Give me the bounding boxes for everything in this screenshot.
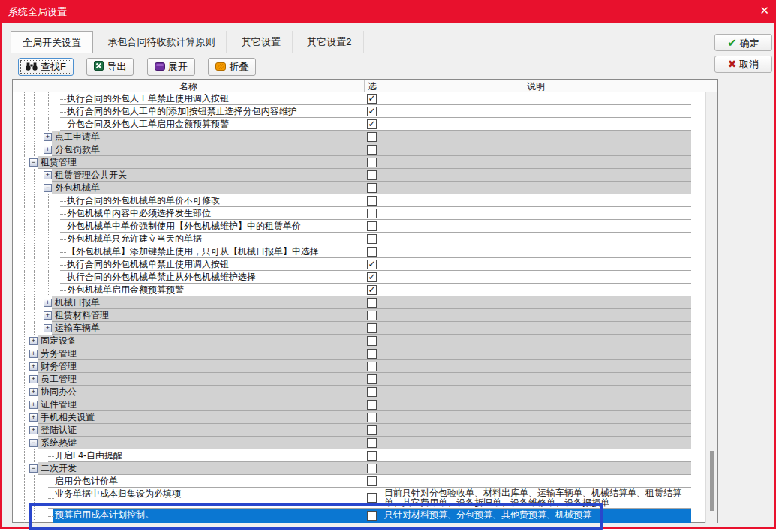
tree-collapse-icon[interactable]: − — [29, 158, 38, 167]
row-checkbox[interactable]: ✓ — [367, 107, 377, 116]
row-checkbox[interactable] — [367, 234, 377, 244]
table-row[interactable]: +固定设备 — [13, 335, 705, 347]
table-row[interactable]: 执行合同的外包机械单的单价不可修改 — [13, 194, 705, 207]
table-row[interactable]: 开启F4-自由提醒 — [13, 449, 705, 462]
table-row[interactable]: −系统热键 — [13, 437, 705, 449]
tree-expand-icon[interactable]: + — [44, 133, 52, 141]
table-row[interactable]: 外包机械单启用金额预算预警✓ — [13, 284, 705, 296]
table-row[interactable]: +登陆认证 — [13, 424, 705, 437]
table-row[interactable]: +点工申请单 — [13, 131, 705, 143]
row-checkbox[interactable]: ✓ — [367, 285, 377, 295]
table-row[interactable]: 外包机械单中单价强制使用【外包机械维护】中的租赁单价 — [13, 220, 705, 233]
tree-expand-icon[interactable]: + — [44, 171, 52, 179]
row-checkbox[interactable] — [367, 476, 377, 486]
row-checkbox[interactable] — [367, 413, 377, 422]
table-row[interactable]: 启用分包计价单 — [13, 475, 705, 488]
find-button[interactable]: 查找F — [18, 58, 74, 76]
row-checkbox[interactable] — [367, 196, 377, 206]
row-checkbox[interactable] — [367, 511, 377, 521]
scrollbar-thumb[interactable] — [710, 451, 714, 511]
table-row[interactable]: 预算启用成本计划控制。只针对材料预算、分包预算、其他费预算、机械预算 — [13, 509, 705, 523]
tab-other-settings-2[interactable]: 其它设置2 — [296, 31, 363, 53]
table-row[interactable]: −租赁管理 — [13, 156, 705, 169]
row-checkbox[interactable] — [367, 183, 377, 193]
row-checkbox[interactable] — [367, 298, 377, 308]
row-checkbox[interactable] — [367, 387, 377, 397]
table-row[interactable]: 执行合同的外包人工单禁止使用调入按钮✓ — [13, 92, 705, 105]
table-row[interactable]: 业务单据中成本归集设为必填项目前只针对分包验收单、材料出库单、运输车辆单、机械结… — [13, 488, 705, 509]
tab-contract-receivable-rule[interactable]: 承包合同待收款计算原则 — [96, 31, 227, 53]
row-checkbox[interactable]: ✓ — [367, 94, 377, 104]
table-row[interactable]: 【外包机械单】添加键禁止使用，只可从【机械日报单】中选择 — [13, 245, 705, 258]
table-row[interactable]: +劳务管理 — [13, 347, 705, 360]
vertical-scrollbar[interactable] — [705, 92, 717, 523]
row-checkbox[interactable] — [367, 464, 377, 473]
row-checkbox[interactable] — [367, 362, 377, 371]
table-row[interactable]: +分包罚款单 — [13, 143, 705, 156]
table-row[interactable]: 外包机械单内容中必须选择发生部位 — [13, 207, 705, 220]
tree-collapse-icon[interactable]: − — [44, 184, 52, 192]
export-button[interactable]: 导出 — [86, 58, 134, 76]
row-checkbox[interactable]: ✓ — [367, 119, 377, 129]
row-checkbox[interactable] — [367, 247, 377, 257]
tree-expand-icon[interactable]: + — [29, 362, 38, 371]
expand-button[interactable]: 展开 — [147, 58, 195, 76]
table-row[interactable]: −外包机械单 — [13, 182, 705, 194]
tree-expand-icon[interactable]: + — [44, 146, 52, 154]
table-row[interactable]: +运输车辆单 — [13, 322, 705, 335]
row-checkbox[interactable] — [367, 158, 377, 167]
tree-expand-icon[interactable]: + — [29, 426, 38, 434]
cancel-button[interactable]: ✖取消 — [714, 56, 772, 73]
table-row[interactable]: +证件管理 — [13, 398, 705, 411]
table-row[interactable]: 执行合同的外包机械单禁止使用调入按钮✓ — [13, 258, 705, 271]
row-checkbox[interactable]: ✓ — [367, 272, 377, 282]
table-row[interactable]: +手机相关设置 — [13, 411, 705, 424]
table-row[interactable]: 外包机械单只允许建立当天的单据 — [13, 233, 705, 245]
table-row[interactable]: +协同办公 — [13, 386, 705, 398]
table-row[interactable]: 执行合同的外包机械单禁止从外包机械维护选择✓ — [13, 271, 705, 284]
tree-guide-line — [24, 169, 25, 182]
row-checkbox[interactable] — [367, 132, 377, 142]
settings-table: 名称 选 说明 执行合同的外包人工单禁止使用调入按钮✓执行合同的外包人工单的[添… — [12, 79, 718, 523]
tree-collapse-icon[interactable]: − — [29, 439, 38, 447]
row-checkbox[interactable] — [367, 170, 377, 180]
row-checkbox[interactable] — [367, 209, 377, 218]
tree-expand-icon[interactable]: + — [29, 337, 38, 345]
tab-other-settings[interactable]: 其它设置 — [230, 31, 293, 53]
row-checkbox[interactable] — [367, 336, 377, 346]
ok-button[interactable]: ✔确定 — [714, 34, 772, 51]
close-icon[interactable]: ✕ — [759, 4, 769, 17]
table-row[interactable]: +财务管理 — [13, 360, 705, 373]
table-row[interactable]: +机械日报单 — [13, 296, 705, 309]
row-checkbox[interactable] — [367, 493, 377, 503]
tree-expand-icon[interactable]: + — [29, 401, 38, 409]
tree-expand-icon[interactable]: + — [44, 311, 52, 320]
tab-global-switch-settings[interactable]: 全局开关设置 — [11, 31, 93, 53]
row-checkbox[interactable] — [367, 451, 377, 461]
tree-expand-icon[interactable]: + — [44, 324, 52, 332]
tree-expand-icon[interactable]: + — [29, 350, 38, 358]
row-checkbox[interactable] — [367, 425, 377, 435]
tree-expand-icon[interactable]: + — [29, 375, 38, 383]
table-row[interactable]: +租赁材料管理 — [13, 309, 705, 322]
row-checkbox[interactable] — [367, 349, 377, 359]
row-checkbox[interactable]: ✓ — [367, 260, 377, 269]
tree-expand-icon[interactable]: + — [29, 413, 38, 422]
tree-guide-line — [24, 105, 25, 118]
table-row[interactable]: 执行合同的外包人工单的[添加]按钮禁止选择分包内容维护✓ — [13, 105, 705, 118]
row-checkbox[interactable] — [367, 311, 377, 320]
tree-expand-icon[interactable]: + — [29, 388, 38, 396]
row-checkbox[interactable] — [367, 400, 377, 410]
row-checkbox[interactable] — [367, 374, 377, 384]
tree-expand-icon[interactable]: + — [44, 299, 52, 307]
row-checkbox[interactable] — [367, 145, 377, 155]
row-checkbox[interactable] — [367, 323, 377, 333]
collapse-button[interactable]: 折叠 — [208, 58, 256, 76]
tree-collapse-icon[interactable]: − — [29, 464, 38, 473]
row-checkbox[interactable] — [367, 221, 377, 231]
table-row[interactable]: −二次开发 — [13, 462, 705, 475]
row-checkbox[interactable] — [367, 438, 377, 448]
table-row[interactable]: +租赁管理公共开关 — [13, 169, 705, 182]
table-row[interactable]: 分包合同及外包人工单启用金额预算预警✓ — [13, 118, 705, 131]
table-row[interactable]: +员工管理 — [13, 373, 705, 386]
